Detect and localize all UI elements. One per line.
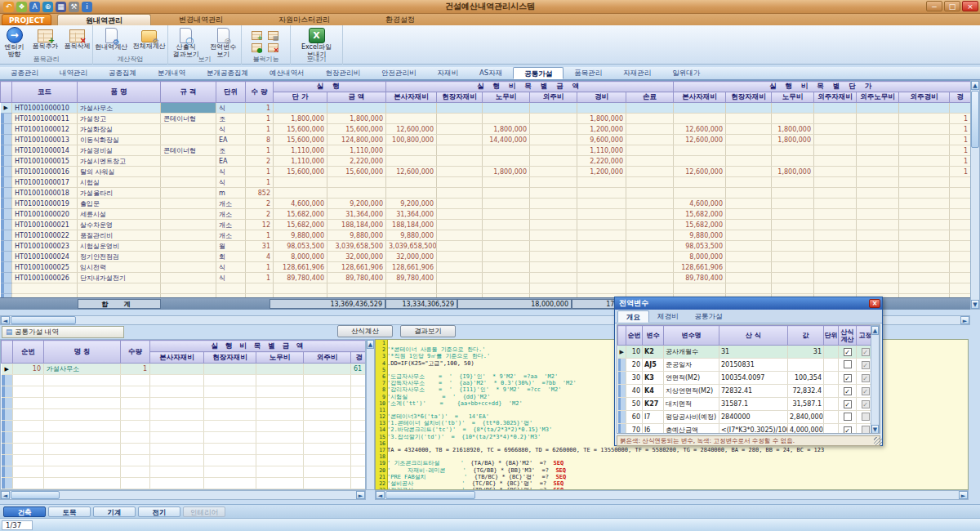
grid-cell[interactable]: 2 — [246, 199, 274, 209]
grid-cell[interactable] — [204, 375, 256, 386]
grid-cell[interactable]: 세륜시설 — [78, 209, 161, 220]
grid-cell[interactable] — [161, 273, 216, 283]
grid-cell[interactable] — [899, 188, 950, 199]
close-button[interactable]: × — [962, 1, 978, 11]
grid-cell[interactable] — [13, 375, 44, 386]
grid-cell[interactable]: HT01001000013 — [12, 135, 78, 145]
grid-cell[interactable] — [857, 145, 899, 156]
grid-cell[interactable]: 12,600,000 — [674, 124, 726, 135]
grid-cell[interactable]: 8,000,000 — [274, 252, 327, 262]
grid-cell[interactable]: 15,682,000 — [274, 209, 327, 220]
row-marker[interactable] — [1, 262, 12, 273]
grid-cell[interactable] — [204, 421, 256, 432]
grid-cell[interactable] — [814, 220, 857, 230]
grid-cell[interactable] — [626, 199, 674, 209]
grid-cell[interactable]: HT01001000017 — [12, 177, 78, 188]
dialog-tab-1[interactable]: 제경비 — [649, 310, 687, 323]
grid-cell[interactable]: 20 — [626, 359, 643, 372]
grid-cell[interactable] — [626, 124, 674, 135]
grid-cell[interactable]: 총예산금액 — [664, 424, 719, 435]
grid-cell[interactable] — [857, 252, 899, 262]
calc-checkbox[interactable]: ✓ — [844, 426, 852, 435]
grid-cell[interactable] — [150, 444, 204, 455]
row-marker[interactable] — [1, 273, 12, 283]
scroll-left-icon[interactable]: ◄ — [1, 491, 10, 499]
grid-cell[interactable]: 조 — [216, 114, 246, 124]
grid-cell[interactable]: 대지면적 — [664, 398, 719, 411]
column-header[interactable]: 외주노무비 — [857, 92, 899, 103]
grid-cell[interactable] — [726, 145, 772, 156]
grid-cell[interactable] — [121, 455, 150, 466]
column-header[interactable]: 본사자재비 — [150, 352, 204, 364]
grid-cell[interactable] — [437, 230, 483, 241]
grid-cell[interactable]: 15,600,000 — [327, 167, 386, 177]
grid-cell[interactable] — [814, 145, 857, 156]
grid-cell[interactable] — [150, 455, 204, 466]
grid-cell[interactable] — [351, 455, 367, 466]
grid-cell[interactable] — [44, 444, 121, 455]
grid-cell[interactable]: 1 — [950, 156, 970, 167]
grid-cell[interactable]: 32,000,000 — [386, 252, 437, 262]
excel-export-button[interactable]: XExcel파일 보내기 — [293, 26, 341, 58]
sheet-tab-12[interactable]: 자재관리 — [612, 67, 662, 79]
grid-cell[interactable]: 72832.41 — [719, 385, 788, 398]
grid-cell[interactable] — [351, 398, 367, 409]
column-header[interactable]: 품 명 — [78, 82, 161, 103]
grid-cell[interactable]: 1 — [950, 167, 970, 177]
dialog-tab-0[interactable]: 개요 — [617, 310, 649, 323]
grid-cell[interactable] — [530, 188, 577, 199]
grid-cell[interactable] — [814, 199, 857, 209]
grid-cell[interactable] — [44, 398, 121, 409]
grid-cell[interactable]: HT01001000015 — [12, 156, 78, 167]
grid-cell[interactable]: 100,354 — [788, 372, 824, 385]
scroll-thumb[interactable] — [11, 316, 76, 324]
grid-cell[interactable]: 4 — [246, 252, 274, 262]
grid-cell[interactable] — [726, 273, 772, 283]
column-header[interactable]: 순번 — [626, 326, 643, 346]
grid-cell[interactable] — [483, 262, 530, 273]
grid-cell[interactable]: 시험실 — [78, 177, 161, 188]
grid-cell[interactable] — [530, 220, 577, 230]
column-header[interactable]: 경비 — [577, 92, 626, 103]
grid-cell[interactable]: m — [216, 188, 246, 199]
grid-cell[interactable] — [814, 252, 857, 262]
column-header[interactable]: 경 — [351, 352, 367, 364]
grid-cell[interactable] — [161, 220, 216, 230]
grid-cell[interactable]: 188,184,000 — [327, 220, 386, 230]
row-marker[interactable] — [1, 209, 12, 220]
row-marker[interactable] — [1, 135, 12, 145]
grid-cell[interactable] — [626, 273, 674, 283]
grid-cell[interactable] — [204, 386, 256, 398]
grid-cell[interactable] — [161, 167, 216, 177]
formula-calc-button[interactable]: 산식계산 — [337, 325, 393, 337]
grid-cell[interactable]: 1,110,000 — [274, 156, 327, 167]
grid-cell[interactable] — [437, 156, 483, 167]
grid-cell[interactable] — [204, 432, 256, 444]
grid-cell[interactable] — [772, 145, 814, 156]
grid-cell[interactable]: 가설시멘트창고 — [78, 156, 161, 167]
grid-cell[interactable] — [772, 177, 814, 188]
grid-cell[interactable] — [246, 283, 274, 294]
sheet-tab-4[interactable]: 분개공종집계 — [196, 67, 259, 79]
row-marker[interactable] — [2, 421, 13, 432]
grid-cell[interactable] — [304, 466, 351, 478]
fixed-checkbox[interactable]: ✓ — [862, 361, 870, 369]
grid-cell[interactable] — [577, 177, 626, 188]
column-header[interactable]: 현장자재비 — [204, 352, 256, 364]
formula-result-view-button[interactable]: 산출식 결과보기 — [168, 26, 204, 58]
grid-cell[interactable]: 9,880,000 — [327, 230, 386, 241]
grid-cell[interactable] — [204, 455, 256, 466]
grid-cell[interactable] — [824, 411, 839, 424]
grid-cell[interactable] — [726, 262, 772, 273]
grid-cell[interactable]: 연면적(M2) — [664, 372, 719, 385]
scroll-up-icon[interactable]: ▲ — [971, 81, 979, 90]
grid-cell[interactable]: 1,800,000 — [483, 167, 530, 177]
grid-cell[interactable] — [674, 177, 726, 188]
row-marker[interactable] — [2, 386, 13, 398]
grid-cell[interactable] — [577, 209, 626, 220]
grid-cell[interactable] — [772, 262, 814, 273]
grid-cell[interactable] — [327, 103, 386, 114]
grid-cell[interactable]: 1 — [950, 124, 970, 135]
grid-cell[interactable]: 식 — [216, 273, 246, 283]
grid-cell[interactable] — [204, 466, 256, 478]
